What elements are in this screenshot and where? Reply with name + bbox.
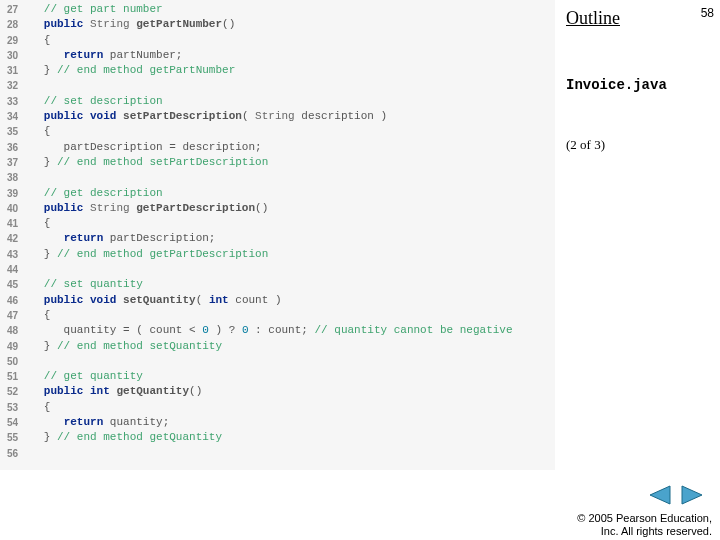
code-line: 31 } // end method getPartNumber — [0, 63, 555, 78]
code-line: 37 } // end method setPartDescription — [0, 155, 555, 170]
code-content: return quantity; — [24, 415, 555, 430]
line-number: 55 — [0, 430, 24, 445]
line-number: 38 — [0, 170, 24, 185]
line-number: 46 — [0, 293, 24, 308]
code-area: 27 // get part number28 public String ge… — [0, 0, 555, 470]
code-line: 27 // get part number — [0, 2, 555, 17]
code-line: 55 } // end method getQuantity — [0, 430, 555, 445]
line-number: 49 — [0, 339, 24, 354]
code-content: } // end method getPartNumber — [24, 63, 555, 78]
source-filename: Invoice.java — [566, 77, 710, 93]
code-line: 41 { — [0, 216, 555, 231]
code-content: { — [24, 124, 555, 139]
code-line: 50 — [0, 354, 555, 369]
line-number: 50 — [0, 354, 24, 369]
code-content: public void setQuantity( int count ) — [24, 293, 555, 308]
code-line: 36 partDescription = description; — [0, 140, 555, 155]
code-line: 38 — [0, 170, 555, 185]
code-content: public String getPartNumber() — [24, 17, 555, 32]
code-content: { — [24, 33, 555, 48]
line-number: 37 — [0, 155, 24, 170]
line-number: 29 — [0, 33, 24, 48]
code-line: 29 { — [0, 33, 555, 48]
code-line: 39 // get description — [0, 186, 555, 201]
page-indicator: (2 of 3) — [566, 137, 710, 153]
footer-line-2: Inc. All rights reserved. — [577, 525, 712, 538]
code-line: 47 { — [0, 308, 555, 323]
code-content: // get part number — [24, 2, 555, 17]
line-number: 41 — [0, 216, 24, 231]
code-line: 46 public void setQuantity( int count ) — [0, 293, 555, 308]
line-number: 40 — [0, 201, 24, 216]
line-number: 34 — [0, 109, 24, 124]
line-number: 39 — [0, 186, 24, 201]
copyright-footer: © 2005 Pearson Education, Inc. All right… — [577, 512, 712, 538]
line-number: 33 — [0, 94, 24, 109]
line-number: 47 — [0, 308, 24, 323]
code-line: 52 public int getQuantity() — [0, 384, 555, 399]
code-content: return partNumber; — [24, 48, 555, 63]
code-line: 35 { — [0, 124, 555, 139]
code-content: public int getQuantity() — [24, 384, 555, 399]
code-content: quantity = ( count < 0 ) ? 0 : count; //… — [24, 323, 555, 338]
code-line: 30 return partNumber; — [0, 48, 555, 63]
line-number: 54 — [0, 415, 24, 430]
line-number: 27 — [0, 2, 24, 17]
line-number: 56 — [0, 446, 24, 461]
code-content: } // end method getPartDescription — [24, 247, 555, 262]
svg-marker-0 — [650, 486, 670, 504]
code-content — [24, 78, 555, 93]
code-line: 32 — [0, 78, 555, 93]
code-line: 45 // set quantity — [0, 277, 555, 292]
code-content: return partDescription; — [24, 231, 555, 246]
line-number: 36 — [0, 140, 24, 155]
line-number: 31 — [0, 63, 24, 78]
code-content: public void setPartDescription( String d… — [24, 109, 555, 124]
code-content: } // end method getQuantity — [24, 430, 555, 445]
code-content: // set description — [24, 94, 555, 109]
line-number: 30 — [0, 48, 24, 63]
code-line: 34 public void setPartDescription( Strin… — [0, 109, 555, 124]
code-line: 28 public String getPartNumber() — [0, 17, 555, 32]
code-line: 56 — [0, 446, 555, 461]
code-content — [24, 354, 555, 369]
line-number: 48 — [0, 323, 24, 338]
code-line: 42 return partDescription; — [0, 231, 555, 246]
line-number: 32 — [0, 78, 24, 93]
code-content: // get description — [24, 186, 555, 201]
code-line: 33 // set description — [0, 94, 555, 109]
code-content: public String getPartDescription() — [24, 201, 555, 216]
code-content: } // end method setQuantity — [24, 339, 555, 354]
line-number: 35 — [0, 124, 24, 139]
line-number: 51 — [0, 369, 24, 384]
code-content: { — [24, 216, 555, 231]
next-icon[interactable] — [680, 484, 706, 510]
line-number: 53 — [0, 400, 24, 415]
nav-buttons — [646, 484, 706, 510]
code-content: { — [24, 308, 555, 323]
code-line: 53 { — [0, 400, 555, 415]
outline-heading: Outline — [566, 8, 710, 29]
code-line: 48 quantity = ( count < 0 ) ? 0 : count;… — [0, 323, 555, 338]
code-content: { — [24, 400, 555, 415]
line-number: 43 — [0, 247, 24, 262]
prev-icon[interactable] — [646, 484, 672, 510]
code-content: partDescription = description; — [24, 140, 555, 155]
code-content — [24, 446, 555, 461]
code-content: // get quantity — [24, 369, 555, 384]
code-content: } // end method setPartDescription — [24, 155, 555, 170]
code-line: 51 // get quantity — [0, 369, 555, 384]
sidebar: Outline Invoice.java (2 of 3) — [560, 8, 710, 153]
footer-line-1: © 2005 Pearson Education, — [577, 512, 712, 525]
code-line: 54 return quantity; — [0, 415, 555, 430]
code-content: // set quantity — [24, 277, 555, 292]
line-number: 42 — [0, 231, 24, 246]
line-number: 52 — [0, 384, 24, 399]
code-content — [24, 170, 555, 185]
code-content — [24, 262, 555, 277]
code-line: 44 — [0, 262, 555, 277]
line-number: 44 — [0, 262, 24, 277]
code-line: 40 public String getPartDescription() — [0, 201, 555, 216]
line-number: 45 — [0, 277, 24, 292]
code-line: 49 } // end method setQuantity — [0, 339, 555, 354]
